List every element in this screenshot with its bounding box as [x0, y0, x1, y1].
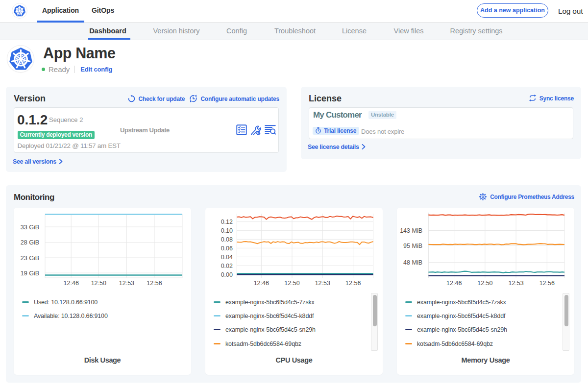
svg-text:12:50: 12:50 [477, 280, 492, 287]
svg-text:12:46: 12:46 [446, 280, 462, 287]
svg-text:12:50: 12:50 [91, 280, 106, 287]
svg-text:0.10: 0.10 [221, 227, 233, 234]
svg-text:12:46: 12:46 [64, 280, 79, 287]
svg-text:12:53: 12:53 [508, 280, 523, 287]
svg-text:0.12: 0.12 [221, 219, 233, 225]
svg-text:95 MiB: 95 MiB [403, 243, 422, 249]
svg-text:0.00: 0.00 [221, 271, 233, 278]
svg-text:12:56: 12:56 [147, 280, 162, 287]
svg-text:0.08: 0.08 [221, 236, 233, 243]
svg-text:0.06: 0.06 [221, 245, 233, 252]
svg-text:12:46: 12:46 [254, 280, 269, 287]
svg-text:12:53: 12:53 [315, 280, 330, 287]
svg-text:28 GiB: 28 GiB [21, 239, 39, 246]
svg-text:33 GiB: 33 GiB [21, 224, 39, 231]
svg-text:0.02: 0.02 [221, 263, 233, 269]
svg-text:19 GiB: 19 GiB [21, 270, 39, 277]
svg-text:143 MiB: 143 MiB [400, 227, 422, 234]
svg-text:0.04: 0.04 [221, 254, 233, 261]
svg-text:48 MiB: 48 MiB [403, 259, 422, 266]
svg-text:12:56: 12:56 [345, 280, 361, 287]
svg-text:12:50: 12:50 [284, 280, 299, 287]
svg-text:12:56: 12:56 [539, 280, 555, 287]
svg-text:23 GiB: 23 GiB [21, 255, 39, 262]
svg-text:12:53: 12:53 [119, 280, 134, 287]
